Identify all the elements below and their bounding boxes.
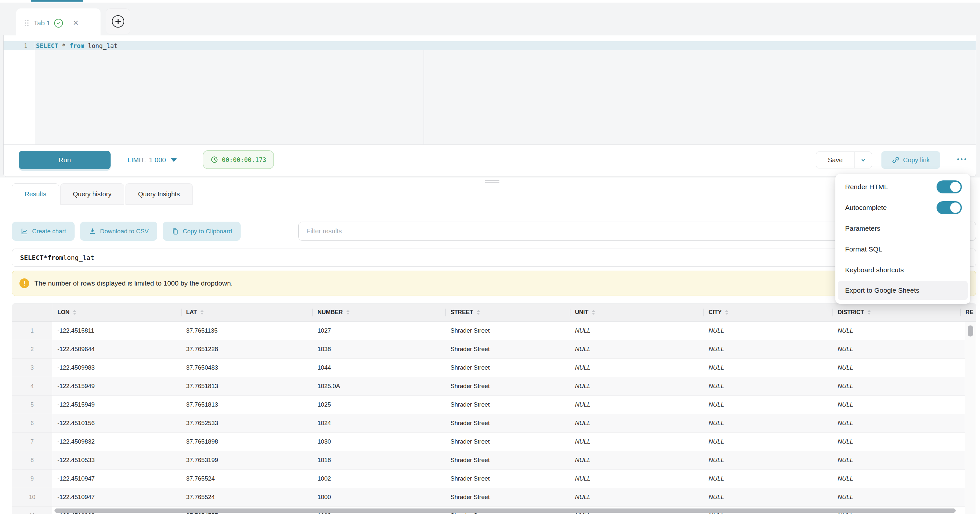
- table-cell: -122.4515811: [52, 322, 181, 340]
- sort-icon[interactable]: [867, 310, 871, 315]
- sort-icon[interactable]: [200, 310, 204, 315]
- create-chart-button[interactable]: Create chart: [12, 222, 75, 241]
- more-options-menu: Render HTML Autocomplete Parameters Form…: [835, 174, 970, 304]
- table-cell: -122.4510947: [52, 488, 181, 506]
- table-cell: NULL: [570, 414, 703, 432]
- menu-item-format-sql[interactable]: Format SQL: [835, 239, 970, 260]
- table-cell: Shrader Street: [445, 414, 570, 432]
- row-number: 3: [12, 359, 52, 377]
- query-success-icon: [54, 19, 63, 27]
- table-cell: NULL: [570, 469, 703, 488]
- table-cell: Shrader Street: [445, 396, 570, 414]
- results-panel: Results Query history Query Insights Cre…: [0, 177, 980, 514]
- table-cell: 37.7651135: [181, 322, 312, 340]
- row-number: 2: [12, 340, 52, 358]
- editor-body[interactable]: [3, 50, 976, 144]
- sort-icon[interactable]: [592, 310, 595, 315]
- column-header-lon[interactable]: LON: [52, 303, 181, 321]
- table-row[interactable]: 7-122.450983237.76518981030Shrader Stree…: [12, 433, 976, 451]
- autocomplete-toggle[interactable]: [937, 201, 962, 214]
- table-row[interactable]: 4-122.451594937.76518131025.0AShrader St…: [12, 377, 976, 396]
- column-header-number[interactable]: NUMBER: [312, 303, 445, 321]
- vertical-scrollbar[interactable]: [965, 322, 976, 514]
- table-row[interactable]: 3-122.450998337.76504831044Shrader Stree…: [12, 359, 976, 377]
- sort-icon[interactable]: [73, 310, 76, 315]
- table-row[interactable]: 6-122.451015637.76525331024Shrader Stree…: [12, 414, 976, 433]
- row-number: 7: [12, 433, 52, 451]
- line-number: 1: [3, 42, 35, 49]
- column-header-city[interactable]: CITY: [703, 303, 832, 321]
- sort-icon[interactable]: [477, 310, 480, 315]
- tab-query-insights[interactable]: Query Insights: [126, 184, 192, 205]
- table-cell: Shrader Street: [445, 340, 570, 358]
- warning-icon: !: [19, 278, 29, 288]
- table-cell: 37.7653199: [181, 451, 312, 469]
- column-header-re[interactable]: RE: [960, 303, 976, 321]
- menu-item-keyboard-shortcuts[interactable]: Keyboard shortcuts: [835, 260, 970, 280]
- save-options-button[interactable]: [854, 152, 872, 168]
- add-tab-button[interactable]: [106, 8, 130, 34]
- table-cell: NULL: [703, 340, 832, 358]
- table-row[interactable]: 10-122.451094737.7655241000Shrader Stree…: [12, 488, 976, 506]
- sql-editor-panel: 1 SELECT * from long_lat Run LIMIT: 1 00…: [3, 35, 976, 177]
- render-html-toggle[interactable]: [937, 180, 962, 193]
- table-cell: NULL: [832, 377, 960, 395]
- column-header-unit[interactable]: UNIT: [570, 303, 703, 321]
- table-cell: NULL: [832, 359, 960, 377]
- column-header-district[interactable]: DISTRICT: [832, 303, 960, 321]
- table-row[interactable]: 5-122.451594937.76518131025Shrader Stree…: [12, 396, 976, 414]
- copy-to-clipboard-button[interactable]: Copy to Clipboard: [163, 222, 240, 241]
- vertical-scrollbar-thumb[interactable]: [968, 326, 973, 337]
- menu-item-autocomplete[interactable]: Autocomplete: [835, 197, 970, 218]
- table-row[interactable]: 1-122.451581137.76511351027Shrader Stree…: [12, 322, 976, 340]
- table-cell: Shrader Street: [445, 433, 570, 451]
- row-number: 11: [12, 506, 52, 514]
- menu-item-export-google-sheets[interactable]: Export to Google Sheets: [838, 281, 968, 300]
- menu-item-parameters[interactable]: Parameters: [835, 218, 970, 239]
- tab-title: Tab 1: [34, 19, 50, 27]
- tab-results[interactable]: Results: [12, 184, 59, 205]
- tab-query-history[interactable]: Query history: [60, 184, 124, 205]
- editor-active-line[interactable]: 1 SELECT * from long_lat: [3, 41, 976, 50]
- copy-link-button[interactable]: Copy link: [881, 151, 940, 169]
- table-row[interactable]: 9-122.451094737.7655241002Shrader Street…: [12, 469, 976, 488]
- chevron-down-icon: [171, 158, 177, 162]
- clock-icon: [210, 156, 218, 164]
- limit-value: 1 000: [149, 156, 166, 164]
- table-cell: NULL: [832, 433, 960, 451]
- sort-icon[interactable]: [346, 310, 350, 315]
- table-cell: 1044: [312, 359, 445, 377]
- executed-query-display: SELECT * from long_lat: [12, 249, 976, 267]
- table-cell: NULL: [570, 359, 703, 377]
- save-button[interactable]: Save: [816, 152, 854, 168]
- row-number: 8: [12, 451, 52, 469]
- table-row[interactable]: 2-122.450964437.76512281038Shrader Stree…: [12, 340, 976, 359]
- warning-message: The number of rows displayed is limited …: [34, 279, 233, 287]
- table-cell: 1018: [312, 451, 445, 469]
- limit-dropdown[interactable]: LIMIT: 1 000: [127, 151, 177, 169]
- column-header-lat[interactable]: LAT: [181, 303, 312, 321]
- results-table-body: 1-122.451581137.76511351027Shrader Stree…: [12, 322, 976, 514]
- table-cell: Shrader Street: [445, 359, 570, 377]
- menu-item-render-html[interactable]: Render HTML: [835, 177, 970, 197]
- timer-value: 00:00:00.173: [222, 156, 266, 163]
- column-header-street[interactable]: STREET: [445, 303, 570, 321]
- more-options-button[interactable]: [957, 158, 966, 160]
- download-csv-button[interactable]: Download to CSV: [80, 222, 157, 241]
- table-cell: NULL: [570, 433, 703, 451]
- sql-code-line[interactable]: SELECT * from long_lat: [36, 42, 118, 49]
- table-cell: -122.4509644: [52, 340, 181, 358]
- table-cell: NULL: [570, 377, 703, 395]
- table-row[interactable]: 8-122.451053337.76531991018Shrader Stree…: [12, 451, 976, 469]
- table-cell: Shrader Street: [445, 322, 570, 340]
- close-tab-icon[interactable]: ✕: [73, 19, 78, 27]
- tab-1[interactable]: Tab 1 ✕: [16, 8, 100, 38]
- horizontal-scrollbar-thumb[interactable]: [54, 509, 956, 513]
- table-cell: Shrader Street: [445, 469, 570, 488]
- row-number: 1: [12, 322, 52, 340]
- run-button[interactable]: Run: [19, 151, 111, 169]
- table-cell: Shrader Street: [445, 377, 570, 395]
- pane-resize-handle[interactable]: [485, 180, 500, 185]
- sort-icon[interactable]: [725, 310, 729, 315]
- drag-handle-icon[interactable]: [25, 20, 29, 26]
